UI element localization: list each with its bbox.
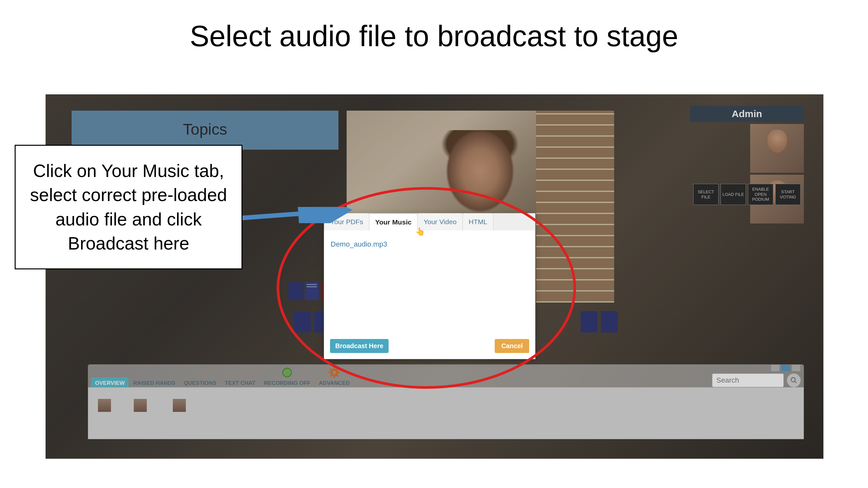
svg-point-0 — [283, 368, 291, 377]
audio-file-item[interactable]: Demo_audio.mp3 — [331, 240, 387, 248]
view-mode-icons — [771, 364, 801, 371]
tab-recording-off[interactable]: RECORDING OFF — [260, 364, 314, 390]
svg-point-1 — [332, 369, 337, 375]
enable-open-podium-button[interactable]: ENABLE OPEN PODIUM — [748, 184, 773, 205]
svg-line-9 — [330, 375, 332, 377]
audience-strip — [88, 387, 804, 439]
callout-text: Click on Your Music tab, select correct … — [30, 161, 227, 254]
tab-advanced[interactable]: ADVANCED — [315, 364, 354, 390]
topics-panel: Topics — [71, 110, 339, 150]
tab-html[interactable]: HTML — [463, 213, 493, 230]
admin-control-buttons: SELECT FILE LOAD FILE ENABLE OPEN PODIUM… — [693, 184, 801, 205]
admin-panel: Admin — [690, 106, 804, 224]
svg-line-8 — [337, 368, 339, 370]
dialog-body: Demo_audio.mp3 — [324, 230, 535, 334]
view-list-icon[interactable] — [771, 364, 780, 371]
participant-thumbnail[interactable] — [750, 124, 804, 173]
audience-thumb[interactable] — [98, 399, 111, 412]
dialog-footer: Broadcast Here Cancel — [324, 334, 535, 359]
cancel-button[interactable]: Cancel — [495, 339, 529, 353]
slide-thumb[interactable] — [288, 282, 303, 300]
view-compact-icon[interactable] — [792, 364, 801, 371]
search-wrap — [712, 373, 801, 387]
view-grid-icon[interactable] — [781, 364, 790, 371]
slide-title: Select audio file to broadcast to stage — [0, 20, 868, 53]
bottom-toolbar: OVERVIEW RAISED HANDS QUESTIONS TEXT CHA… — [88, 364, 804, 390]
stage-thumb[interactable] — [601, 311, 618, 332]
audience-thumb[interactable] — [173, 399, 186, 412]
search-input[interactable] — [712, 373, 784, 387]
svg-line-7 — [337, 375, 339, 377]
media-select-dialog: Your PDFs Your Music Your Video HTML 👆 D… — [324, 213, 535, 359]
svg-point-10 — [791, 378, 796, 382]
select-file-button[interactable]: SELECT FILE — [693, 184, 719, 205]
svg-line-11 — [795, 381, 797, 383]
broadcast-here-button[interactable]: Broadcast Here — [330, 339, 389, 353]
gear-icon — [328, 366, 340, 379]
slide-thumb[interactable] — [305, 282, 319, 300]
stage-thumbs-right — [581, 311, 618, 332]
search-icon — [790, 377, 797, 384]
audience-thumb[interactable] — [134, 399, 147, 412]
tab-your-music[interactable]: Your Music — [369, 214, 418, 231]
search-button[interactable] — [787, 373, 801, 387]
topics-title: Topics — [183, 121, 227, 138]
admin-label: Admin — [690, 106, 804, 122]
svg-line-6 — [330, 368, 332, 370]
load-file-button[interactable]: LOAD FILE — [720, 184, 746, 205]
tab-your-pdfs[interactable]: Your PDFs — [324, 213, 369, 230]
start-voting-button[interactable]: START VOTING — [775, 184, 801, 205]
record-icon — [281, 366, 293, 379]
stage-thumb[interactable] — [581, 311, 597, 332]
dialog-tabs: Your PDFs Your Music Your Video HTML — [324, 214, 535, 230]
instruction-callout: Click on Your Music tab, select correct … — [14, 145, 243, 269]
cursor-icon: 👆 — [415, 227, 425, 236]
stage-thumb[interactable] — [294, 311, 311, 332]
